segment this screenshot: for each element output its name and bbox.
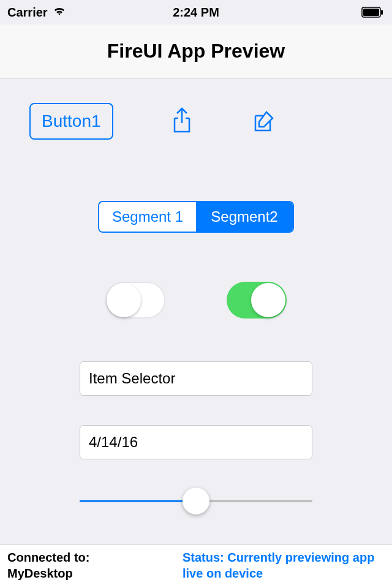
compose-button[interactable] xyxy=(251,108,277,135)
slider[interactable] xyxy=(80,489,312,513)
battery-icon xyxy=(361,7,385,18)
switch-right[interactable] xyxy=(227,282,287,318)
segmented-control[interactable]: Segment 1 Segment2 xyxy=(98,201,294,233)
wifi-icon xyxy=(53,6,66,20)
connected-host: MyDesktop xyxy=(7,567,73,580)
button1[interactable]: Button1 xyxy=(29,103,113,140)
item-selector-label: Item Selector xyxy=(89,370,175,387)
preview-status: Status: Currently previewing app live on… xyxy=(183,549,385,583)
segment-1[interactable]: Segment2 xyxy=(196,202,293,232)
navigation-bar: FireUI App Preview xyxy=(0,24,392,78)
compose-icon xyxy=(251,107,277,136)
date-field[interactable]: 4/14/16 xyxy=(80,425,312,459)
status-left: Carrier xyxy=(7,6,66,20)
switch-knob xyxy=(107,283,141,317)
svg-rect-2 xyxy=(381,10,383,15)
switch-row xyxy=(29,282,363,318)
connection-status: Connected to: MyDesktop xyxy=(7,549,89,583)
status-time: 2:24 PM xyxy=(173,6,219,20)
switch-left[interactable] xyxy=(105,282,165,318)
item-selector-field[interactable]: Item Selector xyxy=(80,361,312,396)
switch-knob xyxy=(251,283,285,317)
slider-thumb[interactable] xyxy=(183,488,209,514)
status-bar: Carrier 2:24 PM xyxy=(0,0,392,24)
share-icon xyxy=(170,106,194,137)
connected-label: Connected to: xyxy=(7,551,89,564)
segment-0[interactable]: Segment 1 xyxy=(99,202,196,232)
svg-rect-1 xyxy=(363,9,379,16)
footer-bar: Connected to: MyDesktop Status: Currentl… xyxy=(0,544,392,588)
page-title: FireUI App Preview xyxy=(107,40,285,62)
content-area: Button1 Segment 1 xyxy=(0,78,392,513)
slider-track-fill xyxy=(80,500,196,502)
toolbar-row: Button1 xyxy=(29,103,363,140)
date-value: 4/14/16 xyxy=(89,434,138,451)
share-button[interactable] xyxy=(168,108,195,135)
carrier-label: Carrier xyxy=(7,6,48,20)
